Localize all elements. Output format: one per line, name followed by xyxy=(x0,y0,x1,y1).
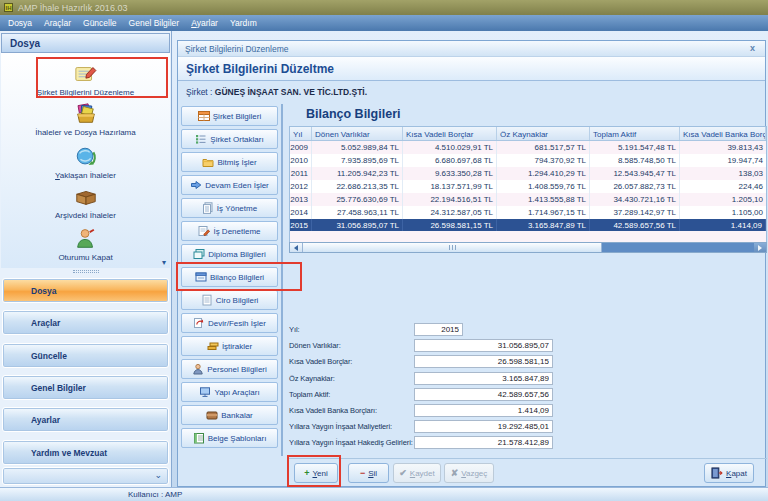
accordion-label: Ayarlar xyxy=(31,415,60,425)
app-titlebar: IH AMP İhale Hazırlık 2016.03 xyxy=(0,0,768,15)
tab-bitmis-isler[interactable]: Bitmiş İşler xyxy=(181,152,278,172)
accordion-yardim-ve-mevzuat[interactable]: Yardım ve Mevzuat xyxy=(2,440,169,465)
oz-kaynaklar-input[interactable] xyxy=(414,372,553,385)
menu-dosya[interactable]: Dosya xyxy=(8,18,32,28)
table-row-2012[interactable]: 2012 22.686.213,35 TL 18.137.571,99 TL 1… xyxy=(290,180,766,193)
cell: 19.947,74 xyxy=(680,154,766,167)
cell: 5.052.989,84 TL xyxy=(312,141,403,154)
tab-is-yonetme[interactable]: İş Yönetme xyxy=(181,198,278,218)
table-row-2011[interactable]: 2011 11.205.942,23 TL 9.633.350,28 TL 1.… xyxy=(290,167,766,180)
sil-button[interactable]: − Sil xyxy=(348,463,389,483)
field-label-toplam-aktif: Toplam Aktif: xyxy=(289,390,330,399)
col-header-toplam-aktif[interactable]: Toplam Aktif xyxy=(590,127,680,140)
col-header-banka-borclari[interactable]: Kısa Vadeli Banka Borçları xyxy=(680,127,766,140)
hakedis-gelirleri-input[interactable] xyxy=(414,436,553,449)
tab-is-denetleme[interactable]: İş Denetleme xyxy=(181,221,278,241)
company-table-icon xyxy=(198,110,210,122)
scroll-right-button[interactable] xyxy=(754,243,766,252)
donen-varliklar-input[interactable] xyxy=(414,339,553,352)
nav-overflow-chevron-icon[interactable]: ▾ xyxy=(162,258,166,267)
partner-list-icon xyxy=(195,133,207,145)
nav-item-yaklasan-ihaleler[interactable]: Yaklaşan İhaleler xyxy=(1,145,170,180)
globe-refresh-icon xyxy=(74,145,98,169)
archive-box-icon xyxy=(74,185,98,209)
table-row-2010[interactable]: 2010 7.935.895,69 TL 6.680.697,68 TL 794… xyxy=(290,154,766,167)
cell: 2011 xyxy=(290,167,312,180)
button-label: Kapat xyxy=(726,469,747,478)
tab-bankalar[interactable]: Bankalar xyxy=(181,405,278,425)
accordion-collapse-chevron-icon[interactable]: ⌄ xyxy=(154,470,162,480)
scroll-left-arrow-icon xyxy=(294,245,298,251)
nav-item-ihaleler-ve-dosya-hazirlama[interactable]: İhaleler ve Dosya Hazırlama xyxy=(1,102,170,137)
table-row-2009[interactable]: 2009 5.052.989,84 TL 4.510.029,91 TL 681… xyxy=(290,141,766,154)
insaat-maliyetleri-input[interactable] xyxy=(414,420,553,433)
cell: 24.312.587,05 TL xyxy=(403,206,497,219)
tab-devir-fesih-isler[interactable]: Devir/Fesih İşler xyxy=(181,313,278,333)
menu-ayarlar[interactable]: Ayarlar xyxy=(191,18,218,28)
close-icon[interactable]: x xyxy=(750,43,755,53)
nav-item-sirket-bilgilerini-duzenleme[interactable]: Şirket Bilgilerini Düzenleme xyxy=(1,62,170,97)
kapat-button[interactable]: Kapat xyxy=(704,463,754,483)
tab-devam-eden-isler[interactable]: Devam Eden İşler xyxy=(181,175,278,195)
kisa-vadeli-borclar-input[interactable] xyxy=(414,355,553,368)
cell: 4.510.029,91 TL xyxy=(403,141,497,154)
kaydet-button[interactable]: ✔ Kaydet xyxy=(393,463,441,483)
tab-label: Yapı Araçları xyxy=(214,388,259,397)
col-header-donen-varliklar[interactable]: Dönen Varlıklar xyxy=(312,127,403,140)
tab-belge-sablonlari[interactable]: Belge Şablonları xyxy=(181,428,278,448)
accordion-genel-bilgiler[interactable]: Genel Bilgiler xyxy=(2,375,169,400)
banka-borclari-input[interactable] xyxy=(414,404,553,417)
nav-item-label: Şirket Bilgilerini Düzenleme xyxy=(1,88,170,97)
template-document-icon xyxy=(193,432,205,444)
tab-label: Personel Bilgileri xyxy=(207,365,267,374)
table-row-2013[interactable]: 2013 25.776.630,69 TL 22.194.516,51 TL 1… xyxy=(290,193,766,206)
tab-sirket-bilgileri[interactable]: Şirket Bilgileri xyxy=(181,106,278,126)
col-header-kisa-vadeli-borclar[interactable]: Kısa Vadeli Borçlar xyxy=(403,127,497,140)
document-pencil-icon xyxy=(198,225,210,237)
scroll-left-button[interactable] xyxy=(290,243,302,252)
panel-splitter-grip[interactable] xyxy=(73,270,99,273)
cell: 2009 xyxy=(290,141,312,154)
field-label-hakedis-gelirleri: Yıllara Yaygın İnşaat Hakediş Gelirleri: xyxy=(289,438,413,447)
col-header-oz-kaynaklar[interactable]: Öz Kaynaklar xyxy=(497,127,590,140)
toplam-aktif-input[interactable] xyxy=(414,388,553,401)
tab-personel-bilgileri[interactable]: Personel Bilgileri xyxy=(181,359,278,379)
tab-yapi-araclari[interactable]: Yapı Araçları xyxy=(181,382,278,402)
tab-ciro-bilgileri[interactable]: Ciro Bilgileri xyxy=(181,290,278,310)
accordion-araclar[interactable]: Araçlar xyxy=(2,310,169,335)
tab-diploma-bilgileri[interactable]: Diploma Bilgileri xyxy=(181,244,278,264)
scroll-track[interactable] xyxy=(602,243,754,252)
nav-panel-caption: Dosya xyxy=(1,33,170,53)
col-header-yil[interactable]: Yıl xyxy=(290,127,312,140)
accordion-guncelle[interactable]: Güncelle xyxy=(2,343,169,368)
menu-genel-bilgiler[interactable]: Genel Bilgiler xyxy=(129,18,180,28)
tender-files-stack-icon xyxy=(74,102,98,126)
nav-item-arsivdeki-ihaleler[interactable]: Arşivdeki İhaleler xyxy=(1,185,170,220)
form-row: Yıllara Yaygın İnşaat Hakediş Gelirleri: xyxy=(289,435,555,451)
vazgec-button[interactable]: ✘ Vazgeç xyxy=(444,463,494,483)
accordion-ayarlar[interactable]: Ayarlar xyxy=(2,407,169,432)
gold-bars-icon xyxy=(207,340,219,352)
form-row: Toplam Aktif: xyxy=(289,387,555,403)
yeni-button[interactable]: + Yeni xyxy=(294,463,338,483)
menubar: Dosya Araçlar Güncelle Genel Bilgiler Ay… xyxy=(0,15,768,31)
accordion-dosya[interactable]: Dosya xyxy=(2,278,169,303)
table-header-row: Yıl Dönen Varlıklar Kısa Vadeli Borçlar … xyxy=(290,127,766,141)
sirket-bilgileri-dialog: Şirket Bilgilerini Düzenleme x Şirket Bi… xyxy=(177,40,766,487)
tab-bilanco-bilgileri[interactable]: Bilanço Bilgileri xyxy=(181,267,278,287)
tab-sirket-ortaklari[interactable]: Şirket Ortakları xyxy=(181,129,278,149)
year-input[interactable] xyxy=(414,323,463,336)
menu-araclar[interactable]: Araçlar xyxy=(44,18,71,28)
cell: 22.686.213,35 TL xyxy=(312,180,403,193)
field-label-donen-varliklar: Dönen Varlıklar: xyxy=(289,341,341,350)
arrow-right-icon xyxy=(190,179,202,191)
tab-label: İş Denetleme xyxy=(213,227,260,236)
nav-item-oturumu-kapat[interactable]: Oturumu Kapat xyxy=(1,227,170,262)
tab-istirakler[interactable]: İştirakler xyxy=(181,336,278,356)
menu-guncelle[interactable]: Güncelle xyxy=(83,18,117,28)
table-row-2014[interactable]: 2014 27.458.963,11 TL 24.312.587,05 TL 1… xyxy=(290,206,766,219)
scroll-thumb[interactable] xyxy=(302,243,602,252)
menu-yardim[interactable]: Yardım xyxy=(230,18,257,28)
form-row: Kısa Vadeli Banka Borçları: xyxy=(289,403,555,419)
table-hscrollbar[interactable] xyxy=(289,242,767,253)
